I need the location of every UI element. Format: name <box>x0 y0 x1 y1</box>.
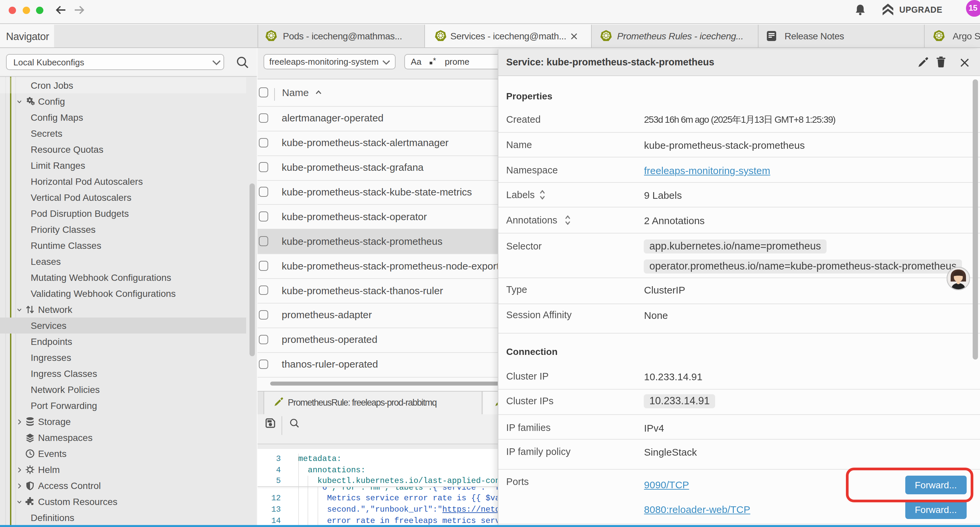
svg-text:*: * <box>433 58 436 65</box>
